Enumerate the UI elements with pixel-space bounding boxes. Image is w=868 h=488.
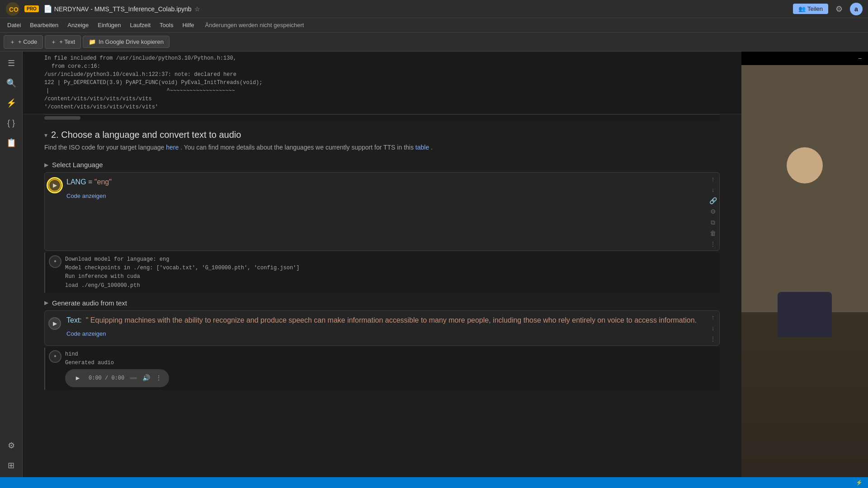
people-icon: 👥 [798, 5, 806, 12]
menu-bearbeiten[interactable]: Bearbeiten [26, 20, 62, 30]
run-button-wrapper[interactable]: ▶ [47, 177, 63, 193]
cell-down-icon[interactable]: ↓ [708, 185, 717, 194]
drive-copy-button[interactable]: 📁 In Google Drive kopieren [83, 36, 170, 48]
notebook-content[interactable]: In file included from /usr/include/pytho… [23, 52, 741, 477]
audio-cell-down-icon[interactable]: ↓ [708, 324, 717, 333]
menu-laufzeit[interactable]: Laufzeit [127, 20, 155, 30]
cell-link-icon[interactable]: 🔗 [708, 196, 717, 205]
tab-file-icon: 📄 [43, 5, 52, 13]
cell-up-icon[interactable]: ↑ [708, 174, 717, 183]
video-panel: − [741, 52, 868, 477]
generate-audio-text-line: Text: " Equipping machines with the abil… [66, 314, 703, 326]
audio-more-button[interactable]: ⋮ [156, 373, 162, 383]
star-icon[interactable]: ☆ [194, 5, 200, 13]
drive-icon: 📁 [89, 38, 96, 45]
sidebar-bottom-icon[interactable]: ⚙ [3, 437, 19, 454]
top-code-output: In file included from /usr/include/pytho… [23, 52, 741, 114]
select-language-output: ● Download model for language: eng Model… [44, 253, 720, 293]
sidebar-code-icon[interactable]: { } [3, 115, 19, 131]
desc-prefix: Find the ISO code for your target langua… [44, 144, 164, 151]
unsaved-notice: Änderungen werden nicht gespeichert [205, 22, 304, 28]
audio-play-button[interactable]: ▶ [72, 373, 83, 384]
cell-copy-icon[interactable]: ⧉ [708, 218, 717, 227]
show-code-btn-audio[interactable]: Code anzeigen [66, 329, 703, 338]
desc-link-here[interactable]: here [166, 144, 179, 151]
code-lang-var: LANG [66, 178, 86, 186]
code-text-label: Text: [66, 316, 82, 324]
output-scrollbar[interactable] [44, 114, 720, 121]
sidebar-search-icon[interactable]: 🔍 [3, 75, 19, 91]
desc-link-table[interactable]: table [415, 144, 429, 151]
cell-more-icon[interactable]: ⋮ [708, 239, 717, 249]
select-language-toggle-icon[interactable]: ▶ [44, 162, 48, 168]
share-button[interactable]: 👥 Teilen [793, 4, 828, 14]
menu-einfuegen[interactable]: Einfügen [94, 20, 124, 30]
menu-anzeige[interactable]: Anzeige [64, 20, 92, 30]
generate-audio-output: ● hind Generated audio ▶ 0:00 / 0:00 🔊 ⋮ [44, 347, 720, 390]
output-lang-line1: Download model for language: eng [65, 255, 299, 264]
code-text-value: " Equipping machines with the ability to… [84, 316, 697, 324]
output-line-7: '/content/vits/vits/vits/vits/vits' [44, 103, 736, 111]
output-lang-line4: load ./eng/G_100000.pth [65, 282, 299, 290]
sidebar-files-icon[interactable]: 📋 [3, 135, 19, 151]
section2-toggle-icon[interactable]: ▾ [44, 131, 47, 139]
cell-delete-icon[interactable]: 🗑 [708, 229, 717, 238]
settings-button[interactable]: ⚙ [835, 4, 843, 14]
text-plus-icon: ＋ [51, 38, 57, 46]
output-line-1: In file included from /usr/include/pytho… [44, 54, 736, 62]
output-line-4: 122 | Py_DEPRECATED(3.9) PyAPI_FUNC(void… [44, 79, 736, 87]
video-body [778, 292, 832, 337]
section2-header: ▾ 2. Choose a language and convert text … [23, 122, 741, 142]
menu-tools[interactable]: Tools [156, 20, 177, 30]
output-line-6: /content/vits/vits/vits/vits/vits [44, 95, 736, 103]
output-line-5: | ^~~~~~~~~~~~~~~~~~~~~ [44, 87, 736, 95]
audio-volume-button[interactable]: 🔊 [142, 373, 150, 383]
audio-cell-more-icon[interactable]: ⋮ [708, 334, 717, 343]
select-language-subsection: ▶ Select Language [44, 158, 720, 170]
cell-settings-icon[interactable]: ⚙ [708, 207, 717, 216]
audio-cell-up-icon[interactable]: ↑ [708, 313, 717, 322]
cell-body-lang[interactable]: LANG = "eng" Code anzeigen [65, 173, 707, 250]
run-button[interactable]: ▶ [48, 179, 61, 192]
add-text-button[interactable]: ＋ + Text [45, 35, 81, 49]
generate-audio-run-btn[interactable]: ▶ [48, 317, 61, 330]
sidebar-terminal-icon[interactable]: ⊞ [3, 457, 19, 474]
generate-audio-run-wrapper[interactable]: ▶ [47, 315, 63, 332]
generate-audio-subsection: ▶ Generate audio from text [44, 296, 720, 309]
generate-audio-title: Generate audio from text [52, 299, 127, 307]
video-minimize-icon[interactable]: − [855, 54, 864, 63]
menu-bar: Datei Bearbeiten Anzeige Einfügen Laufze… [0, 18, 868, 33]
output-line-3: /usr/include/python3.10/ceval.h:122:37: … [44, 70, 736, 79]
cell-left-panel: ▶ [45, 173, 65, 250]
video-head [787, 147, 823, 183]
code-line-lang: LANG = "eng" [66, 176, 703, 188]
audio-time-display: 0:00 / 0:00 [89, 374, 124, 383]
code-lang-value: "eng" [94, 178, 112, 186]
svg-text:CO: CO [9, 6, 19, 13]
audio-progress-bar[interactable] [130, 377, 137, 379]
menu-datei[interactable]: Datei [4, 20, 24, 30]
toolbar: ＋ + Code ＋ + Text 📁 In Google Drive kopi… [0, 33, 868, 52]
section2-title: 2. Choose a language and convert text to… [51, 130, 241, 140]
colab-logo-icon: CO [5, 2, 20, 16]
select-language-title: Select Language [52, 161, 103, 169]
audio-output-run-indicator: ● [49, 350, 61, 363]
generate-audio-cell-body[interactable]: Text: " Equipping machines with the abil… [65, 311, 707, 345]
generate-audio-cell: ▶ Text: " Equipping machines with the ab… [44, 310, 720, 346]
output-audio-lang: hind [65, 350, 169, 359]
video-content [741, 65, 868, 477]
sidebar-menu-icon[interactable]: ☰ [3, 55, 19, 71]
bottom-padding [23, 394, 741, 448]
sidebar-variables-icon[interactable]: ⚡ [3, 95, 19, 111]
add-code-button[interactable]: ＋ + Code [4, 35, 43, 49]
main-layout: ☰ 🔍 ⚡ { } 📋 ⚙ ⊞ In file included from /u… [0, 52, 868, 477]
scrollbar-thumb[interactable] [44, 116, 80, 120]
show-code-btn-lang[interactable]: Code anzeigen [66, 192, 703, 200]
select-language-header-row: ▶ Select Language [44, 158, 720, 170]
generate-audio-header-row: ▶ Generate audio from text [44, 296, 720, 309]
avatar[interactable]: a [850, 3, 863, 15]
generate-audio-toggle-icon[interactable]: ▶ [44, 300, 48, 306]
menu-hilfe[interactable]: Hilfe [179, 20, 198, 30]
add-text-label: + Text [59, 38, 75, 45]
audio-player[interactable]: ▶ 0:00 / 0:00 🔊 ⋮ [65, 369, 169, 387]
